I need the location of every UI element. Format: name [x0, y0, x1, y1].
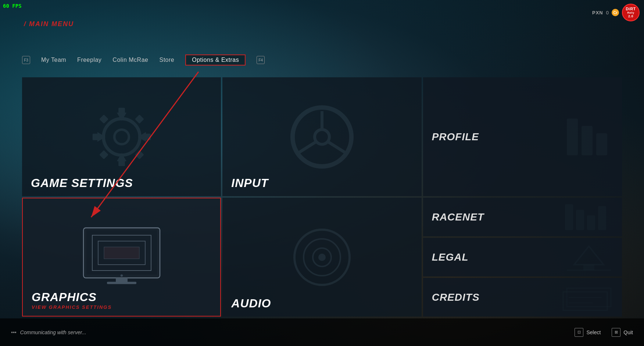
svg-rect-15 [567, 119, 578, 155]
tile-graphics[interactable]: GRAPHICS VIEW GRAPHICS SETTINGS [22, 198, 221, 317]
legal-icon [559, 243, 618, 272]
server-status-text: Communicating with server... [20, 329, 86, 335]
controller-label: PXN [592, 10, 603, 15]
main-menu-label: / MAIN MENU [24, 20, 74, 28]
svg-rect-3 [118, 158, 125, 166]
quit-action[interactable]: ⊠ Quit [612, 328, 633, 337]
speaker-icon [285, 220, 359, 294]
svg-rect-32 [587, 215, 595, 230]
svg-rect-33 [598, 206, 606, 230]
nav-tabs: F3 My Team Freeplay Colin McRae Store Op… [22, 54, 265, 66]
svg-rect-4 [92, 134, 100, 140]
tile-input[interactable]: INPUT [222, 77, 421, 196]
tab-options-extras[interactable]: Options & Extras [185, 54, 246, 66]
racenet-icon [559, 202, 618, 232]
gear-icon [81, 96, 162, 177]
svg-line-14 [328, 142, 347, 153]
svg-point-11 [315, 130, 329, 144]
svg-rect-22 [104, 247, 139, 259]
quit-label: Quit [623, 329, 633, 335]
svg-point-25 [120, 274, 122, 276]
input-title: INPUT [231, 177, 268, 189]
svg-rect-23 [116, 278, 128, 282]
svg-rect-30 [565, 204, 573, 230]
svg-line-13 [297, 142, 316, 153]
tab-freeplay[interactable]: Freeplay [77, 55, 101, 65]
svg-rect-8 [99, 150, 108, 159]
svg-rect-16 [582, 126, 593, 155]
svg-rect-34 [583, 265, 594, 270]
profile-title: PROFILE [432, 131, 479, 143]
svg-rect-6 [99, 114, 108, 124]
select-action[interactable]: ⊡ Select [575, 328, 601, 337]
f4-key-badge: F4 [257, 56, 265, 64]
bottom-actions: ⊡ Select ⊠ Quit [575, 328, 633, 337]
svg-point-1 [114, 130, 129, 144]
game-settings-title: GAME SETTINGS [31, 177, 133, 189]
bottom-bar: ••• Communicating with server... ⊡ Selec… [0, 318, 644, 346]
graphics-title: GRAPHICS [32, 291, 112, 303]
svg-rect-24 [107, 282, 136, 284]
cr-badge: Cr [612, 9, 619, 16]
tab-colin-mcrae[interactable]: Colin McRae [112, 55, 148, 65]
graphics-subtitle: VIEW GRAPHICS SETTINGS [32, 304, 112, 310]
select-icon: ⊡ [575, 328, 583, 337]
tile-audio[interactable]: AUDIO [222, 198, 421, 317]
credits-amount: 0 [606, 10, 609, 15]
tile-credits[interactable]: CREDITS [423, 278, 622, 317]
tile-game-settings[interactable]: GAME SETTINGS [22, 77, 221, 196]
f3-key-badge: F3 [22, 56, 30, 64]
server-status: ••• Communicating with server... [11, 329, 86, 335]
svg-rect-7 [135, 150, 144, 159]
svg-rect-31 [576, 210, 584, 230]
svg-rect-2 [118, 107, 125, 116]
racenet-title: RACENET [432, 211, 484, 223]
tile-profile[interactable]: PROFILE [423, 77, 622, 196]
svg-rect-5 [143, 134, 151, 140]
credits-icon [559, 283, 618, 312]
tile-racenet[interactable]: RACENET [423, 198, 622, 236]
select-label: Select [586, 329, 601, 335]
svg-rect-9 [135, 114, 144, 124]
server-dots: ••• [11, 329, 17, 335]
tile-legal[interactable]: LEGAL [423, 238, 622, 276]
svg-rect-17 [596, 133, 607, 155]
legal-title: LEGAL [432, 251, 469, 263]
tools-icon [559, 115, 618, 159]
fps-counter: 60 FPS [3, 3, 22, 9]
steering-wheel-icon [285, 100, 359, 174]
svg-point-0 [103, 119, 140, 155]
tab-store[interactable]: Store [159, 55, 174, 65]
right-col-bottom: RACENET LEGAL CREDITS [423, 198, 622, 317]
dirt-rally-logo: DiRT Rally 2.0 [622, 4, 640, 21]
top-right-hud: PXN 0 Cr DiRT Rally 2.0 [592, 4, 640, 21]
svg-point-29 [318, 254, 326, 261]
quit-icon: ⊠ [612, 328, 620, 337]
tab-my-team[interactable]: My Team [41, 55, 66, 65]
menu-grid: GAME SETTINGS INPUT PROFILE [22, 77, 622, 317]
audio-title: AUDIO [231, 297, 271, 309]
credits-title: CREDITS [432, 292, 480, 303]
